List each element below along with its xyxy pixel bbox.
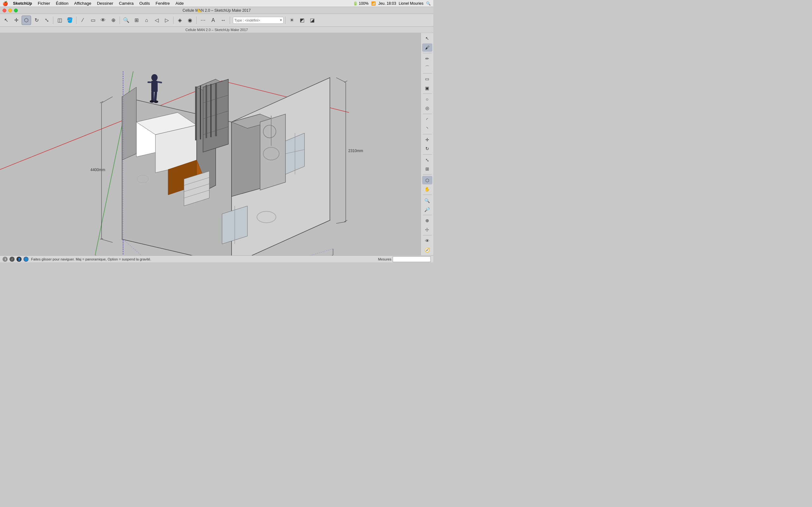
sun-btn[interactable]: ☀: [287, 15, 297, 25]
rt-arc2[interactable]: ◝: [422, 124, 432, 133]
svg-rect-68: [206, 85, 207, 138]
rt-sep6: [423, 154, 432, 155]
extra2-btn[interactable]: ◪: [307, 15, 317, 25]
rt-move[interactable]: ✛: [422, 135, 432, 144]
rt-compass[interactable]: 🧭: [422, 246, 432, 255]
rt-lasso[interactable]: ⌒: [422, 63, 432, 72]
svg-text:2310mm: 2310mm: [348, 149, 363, 153]
menu-bar: 🍎 SketchUp Fichier Édition Affichage Des…: [0, 0, 433, 7]
menu-user: Lionel Mouries: [399, 1, 423, 6]
rt-zoomout[interactable]: 🔎: [422, 205, 432, 214]
app-icon: 📐: [198, 8, 202, 12]
next-btn[interactable]: ▷: [162, 15, 171, 25]
paint-btn[interactable]: 🪣: [65, 15, 74, 25]
line-btn[interactable]: ∕: [78, 15, 88, 25]
rt-pan[interactable]: ☩: [422, 226, 432, 234]
erase-btn[interactable]: ◫: [55, 15, 64, 25]
pushpull-btn[interactable]: ⬡: [21, 15, 31, 25]
section-btn[interactable]: ◈: [175, 15, 185, 25]
rt-rect[interactable]: ▭: [422, 75, 432, 83]
zoomext-btn[interactable]: ⊞: [132, 15, 141, 25]
rt-zoomin[interactable]: 🔍: [422, 196, 432, 205]
window-title: Cellule MAN 2.0 – SketchUp Make 2017: [183, 8, 251, 13]
svg-point-13: [154, 101, 158, 103]
status-bar: ℹ i 👤 🌐 Faites glisser pour naviguer. Ma…: [0, 256, 433, 262]
measures-label: Mesures: [378, 257, 392, 261]
viewport[interactable]: 4400mm 2310mm 2350mm: [0, 33, 420, 256]
walk-btn[interactable]: 👁: [98, 15, 108, 25]
rt-paint[interactable]: 🖌: [422, 43, 432, 52]
rt-circle[interactable]: ○: [422, 95, 432, 104]
status-message: Faites glisser pour naviguer. Maj = pano…: [31, 257, 151, 261]
rt-pencil[interactable]: ✏: [422, 55, 432, 63]
menu-bar-right: 🔋 100% 📶 Jeu. 18:03 Lionel Mouries 🔍: [353, 1, 431, 6]
select-btn[interactable]: ↖: [1, 15, 11, 25]
menu-fichier[interactable]: Fichier: [35, 1, 53, 6]
window-controls: [3, 9, 18, 12]
move-btn[interactable]: ✛: [11, 15, 21, 25]
rt-hand[interactable]: ✋: [422, 185, 432, 193]
menu-aide[interactable]: Aide: [173, 1, 186, 6]
orbit-btn[interactable]: ⊕: [108, 15, 118, 25]
dropdown-arrow: ▾: [280, 18, 282, 22]
rt-offset[interactable]: ⊞: [422, 165, 432, 173]
rt-select[interactable]: ↖: [422, 34, 432, 43]
menu-battery: 🔋 100%: [353, 1, 368, 6]
svg-rect-70: [215, 83, 217, 136]
sep6: [230, 16, 230, 24]
rt-scale[interactable]: ⤡: [422, 156, 432, 164]
status-icon-info[interactable]: ℹ: [3, 257, 8, 262]
sep4: [173, 16, 173, 24]
menu-fenetre[interactable]: Fenêtre: [153, 1, 172, 6]
status-icon-globe[interactable]: 🌐: [23, 257, 29, 262]
status-icon-i[interactable]: i: [9, 257, 14, 262]
tape-btn[interactable]: ⋯: [198, 15, 208, 25]
text-btn[interactable]: A: [208, 15, 218, 25]
measures-area: Mesures: [378, 257, 431, 262]
right-toolbar: ↖ 🖌 ✏ ⌒ ▭ ▣ ○ ◎ ◜ ◝ ✛ ↻ ⤡ ⊞ ⬡ ✋ 🔍 🔎 ⊕ ☩ …: [420, 33, 433, 256]
apple-menu[interactable]: 🍎: [3, 1, 8, 6]
menu-wifi: 📶: [371, 1, 376, 6]
extra1-btn[interactable]: ◩: [297, 15, 307, 25]
rt-rect2[interactable]: ▣: [422, 83, 432, 92]
menu-search[interactable]: 🔍: [426, 1, 431, 6]
house-btn[interactable]: ⌂: [142, 15, 151, 25]
rt-push[interactable]: ⬡: [422, 176, 432, 184]
menu-camera[interactable]: Caméra: [116, 1, 136, 6]
subtitle-text: Cellule MAN 2.0 – SketchUp Make 2017: [186, 28, 248, 32]
toolbar: ↖ ✛ ⬡ ↻ ⤡ ◫ 🪣 ∕ ▭ 👁 ⊕ 🔍 ⊞ ⌂ ◁ ▷ ◈ ◉ ⋯ A …: [0, 14, 433, 26]
measures-input[interactable]: [393, 257, 431, 262]
title-bar: 📐 Cellule MAN 2.0 – SketchUp Make 2017: [0, 7, 433, 14]
scale-btn[interactable]: ⤡: [42, 15, 51, 25]
rt-sep1: [423, 53, 432, 53]
status-icon-person[interactable]: 👤: [16, 257, 21, 262]
menu-edition[interactable]: Édition: [53, 1, 71, 6]
rotate-btn[interactable]: ↻: [32, 15, 41, 25]
close-button[interactable]: [3, 9, 6, 12]
type-dropdown[interactable]: Type : <indéfini> ▾: [233, 17, 284, 24]
prev-btn[interactable]: ◁: [152, 15, 161, 25]
rect-btn[interactable]: ▭: [88, 15, 98, 25]
svg-text:4400mm: 4400mm: [90, 168, 105, 172]
menu-dessiner[interactable]: Dessiner: [95, 1, 116, 6]
menu-sketchup[interactable]: SketchUp: [10, 1, 35, 6]
svg-rect-7: [151, 81, 158, 92]
rt-circle2[interactable]: ◎: [422, 104, 432, 112]
rt-rotate[interactable]: ↻: [422, 145, 432, 153]
main-area: 4400mm 2310mm 2350mm ↖: [0, 33, 433, 256]
svg-point-6: [151, 74, 158, 81]
menu-outils[interactable]: Outils: [137, 1, 152, 6]
sep1: [53, 16, 53, 24]
rt-eye[interactable]: 👁: [422, 237, 432, 245]
rt-orbit[interactable]: ⊕: [422, 216, 432, 225]
minimize-button[interactable]: [8, 9, 12, 12]
zoom-btn[interactable]: 🔍: [121, 15, 131, 25]
svg-point-12: [150, 100, 154, 103]
rt-arc1[interactable]: ◜: [422, 115, 432, 124]
menu-affichage[interactable]: Affichage: [72, 1, 94, 6]
sep2: [76, 16, 77, 24]
section2-btn[interactable]: ◉: [185, 15, 195, 25]
rt-sep9: [423, 215, 432, 215]
maximize-button[interactable]: [14, 9, 18, 12]
dim-btn[interactable]: ↔: [218, 15, 228, 25]
